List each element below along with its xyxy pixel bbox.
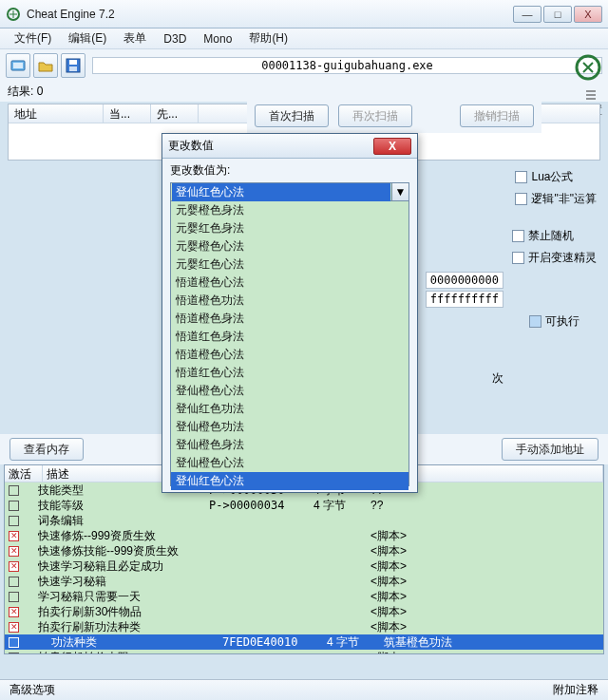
dialog-close-button[interactable]: X [373, 138, 411, 155]
dropdown-option[interactable]: 悟道橙色心法 [171, 274, 408, 292]
row-checkbox[interactable] [9, 592, 19, 602]
scan-buttons-row: 首次扫描 再次扫描 撤销扫描 [247, 99, 542, 133]
undo-scan-button: 撤销扫描 [460, 104, 534, 127]
menu-file[interactable]: 文件(F) [6, 28, 60, 49]
col-active[interactable]: 激活 [5, 465, 43, 482]
dropdown-arrow-icon[interactable]: ▼ [391, 183, 408, 200]
dialog-title: 更改数值 [168, 138, 373, 154]
table-row[interactable]: ✕快速学习秘籍且必定成功<脚本> [5, 558, 603, 574]
row-checkbox[interactable] [9, 516, 19, 526]
not-checkbox[interactable] [515, 193, 527, 205]
dropdown-option[interactable]: 登仙橙色功法 [171, 418, 408, 436]
table-row[interactable]: ✕快速修炼技能--999资质生效<脚本> [5, 543, 603, 558]
dropdown-option[interactable]: 元婴橙色心法 [171, 237, 408, 255]
comments-link[interactable]: 附加注释 [553, 682, 598, 698]
menu-help[interactable]: 帮助(H) [240, 28, 296, 49]
dropdown-option[interactable]: 登仙红色心法 [171, 472, 408, 490]
save-button[interactable] [61, 53, 86, 78]
toolbar: 00001138-guigubahuang.exe [0, 49, 608, 82]
open-button[interactable] [33, 53, 58, 78]
menu-bar: 文件(F) 编辑(E) 表单 D3D Mono 帮助(H) [0, 28, 608, 49]
ci-label: 次 [492, 370, 504, 387]
status-bar: 高级选项 附加注释 [0, 679, 608, 700]
menu-mono[interactable]: Mono [195, 29, 240, 48]
executable-check: 可执行 [529, 313, 580, 330]
table-row[interactable]: 词条编辑 [5, 513, 603, 528]
row-checkbox[interactable] [9, 485, 19, 496]
dropdown-option[interactable]: 元婴橙色身法 [171, 201, 408, 219]
row-checkbox[interactable]: ✕ [9, 561, 19, 572]
window-title: Cheat Engine 7.2 [27, 8, 513, 21]
view-memory-button[interactable]: 查看内存 [10, 438, 84, 461]
maximize-button[interactable]: □ [543, 6, 572, 23]
dropdown-list[interactable]: 元婴橙色身法元婴红色身法元婴橙色心法元婴红色心法悟道橙色心法悟道橙色功法悟道橙色… [170, 201, 409, 486]
menu-edit[interactable]: 编辑(E) [60, 28, 115, 49]
dropdown-option[interactable]: 悟道橙色功法 [171, 292, 408, 310]
dropdown-option[interactable]: 登仙橙色身法 [171, 436, 408, 454]
dropdown-selected: 登仙红色心法 [172, 183, 390, 201]
table-row[interactable]: ✕拍卖行刷新功法种类<脚本> [5, 619, 603, 634]
scan-options-2: 禁止随机 开启变速精灵 [512, 228, 597, 266]
add-address-button[interactable]: 手动添加地址 [502, 438, 598, 461]
dropdown-option[interactable]: 元婴红色心法 [171, 255, 408, 274]
first-scan-button[interactable]: 首次扫描 [255, 104, 329, 127]
window-buttons: — □ X [513, 6, 602, 23]
dropdown-option[interactable]: 登仙红色功法 [171, 400, 408, 418]
svg-rect-2 [13, 63, 23, 68]
table-row[interactable]: 拍卖行起拍价上限<脚本> [5, 650, 603, 653]
titlebar: Cheat Engine 7.2 — □ X [0, 0, 608, 28]
row-checkbox[interactable] [9, 653, 19, 654]
cheat-table-body[interactable]: 技能类型P->000000304 字节??技能等级P->000000344 字节… [5, 482, 603, 653]
row-checkbox[interactable] [9, 501, 19, 511]
table-row[interactable]: ✕拍卖行刷新30件物品<脚本> [5, 604, 603, 619]
minimize-button[interactable]: — [513, 6, 542, 23]
col-previous[interactable]: 先... [151, 104, 199, 123]
col-address[interactable]: 地址 [9, 104, 104, 123]
svg-rect-4 [69, 60, 77, 65]
dialog-titlebar[interactable]: 更改数值 X [162, 134, 417, 159]
range-end[interactable]: ffffffffff [426, 291, 504, 308]
dropdown-option[interactable]: 登仙橙色心法 [171, 382, 408, 400]
row-checkbox[interactable]: ✕ [9, 607, 19, 617]
select-process-button[interactable] [6, 53, 30, 78]
executable-checkbox[interactable] [529, 315, 542, 328]
menu-d3d[interactable]: D3D [155, 29, 195, 48]
table-row[interactable]: 功法种类7FED0E400104 字节筑基橙色功法 [5, 634, 603, 650]
close-button[interactable]: X [574, 6, 602, 23]
table-row[interactable]: 技能等级P->000000344 字节?? [5, 498, 603, 513]
advanced-options-link[interactable]: 高级选项 [10, 682, 55, 698]
process-name: 00001138-guigubahuang.exe [92, 57, 602, 74]
scan-options-1: Lua公式 逻辑"非"运算 [515, 169, 597, 207]
row-checkbox[interactable]: ✕ [9, 622, 19, 633]
app-icon [6, 7, 21, 22]
menu-table[interactable]: 表单 [115, 28, 155, 49]
dialog-label: 更改数值为: [162, 159, 417, 182]
range-start[interactable]: 0000000000 [426, 272, 504, 289]
value-dropdown[interactable]: 登仙红色心法 ▼ 元婴橙色身法元婴红色身法元婴橙色心法元婴红色心法悟道橙色心法悟… [170, 182, 409, 486]
dropdown-option[interactable]: 悟道橙色心法 [171, 346, 408, 364]
svg-rect-5 [69, 66, 77, 71]
change-value-dialog: 更改数值 X 更改数值为: 登仙红色心法 ▼ 元婴橙色身法元婴红色身法元婴橙色心… [162, 133, 418, 493]
table-row[interactable]: 学习秘籍只需要一天<脚本> [5, 589, 603, 604]
lua-checkbox[interactable] [515, 171, 527, 183]
ce-logo-icon [574, 53, 602, 82]
table-row[interactable]: ✕快速修炼--999资质生效<脚本> [5, 528, 603, 543]
dropdown-option[interactable]: 登仙橙色心法 [171, 454, 408, 472]
row-checkbox[interactable] [9, 637, 19, 648]
speedhack-checkbox[interactable] [512, 252, 524, 264]
table-row[interactable]: 快速学习秘籍<脚本> [5, 574, 603, 589]
row-checkbox[interactable] [9, 577, 19, 587]
row-checkbox[interactable]: ✕ [9, 546, 19, 557]
next-scan-button: 再次扫描 [338, 104, 412, 127]
col-current[interactable]: 当... [104, 104, 151, 123]
no-random-checkbox[interactable] [512, 230, 524, 242]
dropdown-option[interactable]: 悟道红色心法 [171, 364, 408, 382]
cheat-table: 激活 描述 地址 类型 数值 技能类型P->000000304 字节??技能等级… [4, 464, 604, 654]
row-checkbox[interactable]: ✕ [9, 531, 19, 541]
dropdown-option[interactable]: 悟道红色身法 [171, 328, 408, 346]
dropdown-option[interactable]: 悟道橙色身法 [171, 310, 408, 328]
dropdown-option[interactable]: 元婴红色身法 [171, 219, 408, 237]
